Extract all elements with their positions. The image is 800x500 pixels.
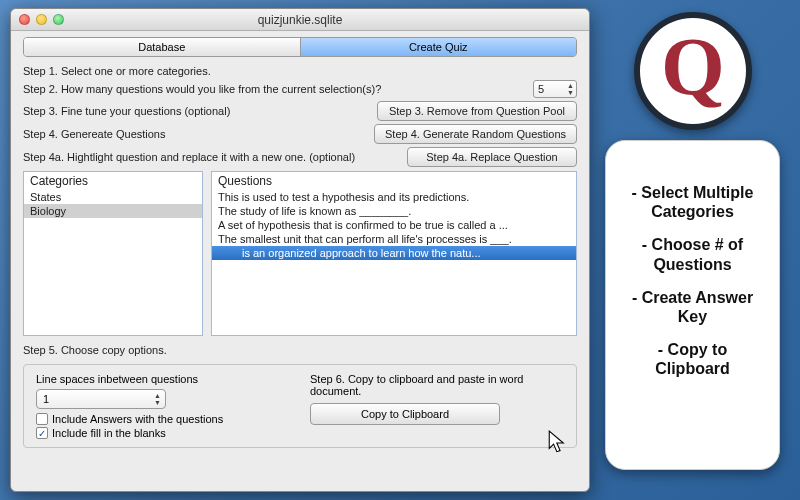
list-item[interactable]: Biology (24, 204, 202, 218)
copy-options-panel: Line spaces inbetween questions 1 ▲▼ Inc… (23, 364, 577, 448)
list-item[interactable]: This is used to test a hypothesis and it… (212, 190, 576, 204)
list-item[interactable]: A set of hypothesis that is confirmed to… (212, 218, 576, 232)
promo-item: - Select Multiple Categories (620, 183, 765, 221)
step4-label: Step 4. Genereate Questions (23, 128, 368, 140)
line-spaces-dropdown[interactable]: 1 ▲▼ (36, 389, 166, 409)
list-item[interactable]: The study of life is known as ________. (212, 204, 576, 218)
step1-label: Step 1. Select one or more categories. (23, 65, 577, 77)
generate-questions-button[interactable]: Step 4. Generate Random Questions (374, 124, 577, 144)
include-answers-checkbox[interactable] (36, 413, 48, 425)
minimize-icon[interactable] (36, 14, 47, 25)
include-blanks-checkbox[interactable]: ✓ (36, 427, 48, 439)
remove-from-pool-button[interactable]: Step 3. Remove from Question Pool (377, 101, 577, 121)
categories-listbox[interactable]: Categories States Biology (23, 171, 203, 336)
dropdown-arrows-icon: ▲▼ (154, 392, 161, 406)
tab-create-quiz[interactable]: Create Quiz (301, 38, 577, 56)
app-logo: Q (634, 12, 752, 130)
question-count-stepper[interactable]: 5 ▲▼ (533, 80, 577, 98)
titlebar: quizjunkie.sqlite (11, 9, 589, 31)
tab-bar: Database Create Quiz (23, 37, 577, 57)
list-item-selected[interactable]: is an organized approach to learn how th… (212, 246, 576, 260)
window-title: quizjunkie.sqlite (11, 13, 589, 27)
step5-label: Step 5. Choose copy options. (23, 344, 577, 356)
lists-container: Categories States Biology Questions This… (23, 171, 577, 336)
zoom-icon[interactable] (53, 14, 64, 25)
line-spaces-label: Line spaces inbetween questions (36, 373, 290, 385)
include-blanks-label: Include fill in the blanks (52, 427, 166, 439)
promo-item: - Create Answer Key (620, 288, 765, 326)
replace-question-button[interactable]: Step 4a. Replace Question (407, 147, 577, 167)
list-item[interactable]: States (24, 190, 202, 204)
logo-q-icon: Q (661, 20, 725, 114)
tab-database[interactable]: Database (24, 38, 301, 56)
window-body: Database Create Quiz Step 1. Select one … (11, 31, 589, 458)
close-icon[interactable] (19, 14, 30, 25)
traffic-lights (11, 14, 64, 25)
step6-label: Step 6. Copy to clipboard and paste in w… (310, 373, 564, 397)
list-item[interactable]: The smallest unit that can perform all l… (212, 232, 576, 246)
app-window: quizjunkie.sqlite Database Create Quiz S… (10, 8, 590, 492)
copy-to-clipboard-button[interactable]: Copy to Clipboard (310, 403, 500, 425)
step4a-label: Step 4a. Hightlight question and replace… (23, 151, 401, 163)
stepper-arrows-icon: ▲▼ (567, 82, 574, 96)
questions-header: Questions (212, 172, 576, 190)
promo-item: - Choose # of Questions (620, 235, 765, 273)
step2-label: Step 2. How many questions would you lik… (23, 83, 527, 95)
question-count-value: 5 (538, 83, 544, 95)
questions-listbox[interactable]: Questions This is used to test a hypothe… (211, 171, 577, 336)
promo-panel: - Select Multiple Categories - Choose # … (605, 140, 780, 470)
step3-label: Step 3. Fine tune your questions (option… (23, 105, 371, 117)
categories-header: Categories (24, 172, 202, 190)
include-answers-label: Include Answers with the questions (52, 413, 223, 425)
line-spaces-value: 1 (43, 393, 49, 405)
promo-item: - Copy to Clipboard (620, 340, 765, 378)
